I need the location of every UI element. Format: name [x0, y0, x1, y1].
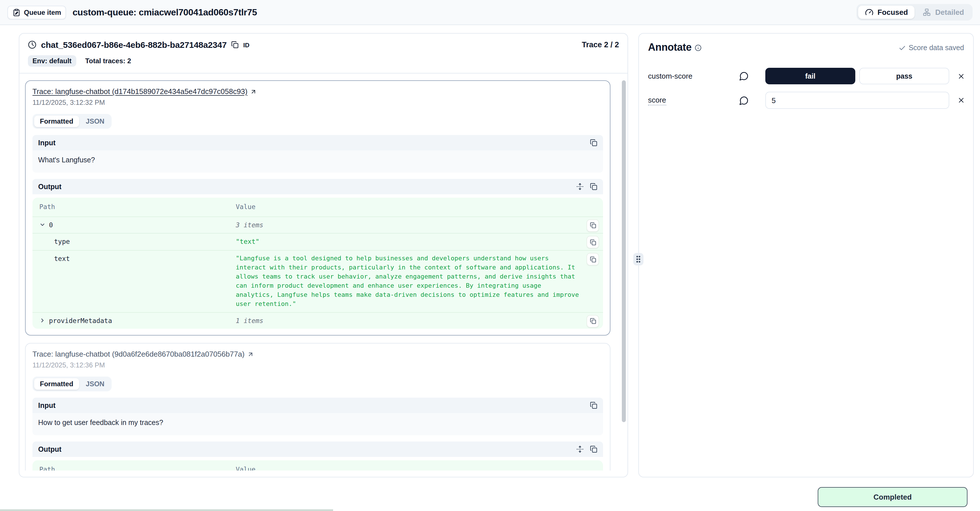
input-label: Input [38, 402, 56, 409]
trace-block-2: Trace: langfuse-chatbot (9d0a6f2e6de8670… [25, 343, 611, 471]
id-label: ID [243, 41, 250, 48]
trace-timestamp: 11/12/2025, 3:12:36 PM [32, 361, 603, 369]
env-badge: Env: default [28, 55, 76, 67]
chevron-right-icon[interactable] [39, 317, 46, 323]
page-title: custom-queue: cmiacwel70041ad060s7tlr75 [73, 7, 257, 18]
table-header-row: Path Value [32, 198, 603, 216]
column-value: Value [236, 202, 579, 212]
table-row[interactable]: text "Langfuse is a tool designed to hel… [32, 250, 603, 312]
table-row[interactable]: type "text" [32, 233, 603, 250]
row-key: text [54, 255, 70, 263]
output-json-table: Path Value 0 3 items [32, 198, 603, 329]
expand-output-button[interactable] [576, 183, 584, 190]
annotate-panel: Annotate Score data saved custom-score f… [638, 33, 974, 478]
comment-icon[interactable] [739, 71, 749, 81]
trace-panel-header: chat_536ed067-b86e-4eb6-882b-ba27148a234… [19, 33, 627, 73]
input-label: Input [38, 139, 56, 147]
tab-formatted[interactable]: Formatted [34, 116, 79, 127]
topbar: Queue item custom-queue: cmiacwel70041ad… [0, 0, 980, 25]
table-header-row: Path Value [32, 460, 603, 471]
queue-item-badge-label: Queue item [24, 8, 61, 16]
queue-item-badge: Queue item [7, 5, 66, 19]
workflow-icon [923, 8, 931, 16]
trace-link[interactable]: Trace: langfuse-chatbot (d174b1589072e43… [32, 87, 247, 96]
score-option-fail[interactable]: fail [765, 68, 855, 84]
copy-row-button[interactable] [587, 236, 599, 249]
view-toggle: Focused Detailed [856, 4, 973, 21]
remove-score-icon[interactable] [957, 72, 965, 80]
row-value: 3 items [236, 220, 579, 229]
output-json-table: Path Value 0 3 items [32, 460, 603, 471]
input-section: Input How to get user feedback in my tra… [32, 398, 603, 436]
score-name-label: custom-score [648, 72, 692, 80]
input-text: What's Langfuse? [32, 150, 603, 173]
tab-formatted[interactable]: Formatted [34, 379, 79, 390]
detailed-view-button[interactable]: Detailed [916, 6, 971, 19]
clipboard-pen-icon [13, 8, 21, 16]
score-value-input[interactable] [765, 92, 949, 109]
detailed-view-label: Detailed [935, 8, 964, 16]
panel-resize-handle[interactable] [633, 253, 643, 266]
vertical-scrollbar[interactable] [622, 80, 626, 422]
trace-timestamp: 11/12/2025, 3:12:32 PM [32, 99, 603, 107]
tab-json[interactable]: JSON [80, 379, 110, 390]
input-section: Input What's Langfuse? [32, 135, 603, 173]
grip-dots-icon [635, 255, 641, 263]
table-row[interactable]: 0 3 items [32, 216, 603, 233]
tab-json[interactable]: JSON [80, 116, 110, 127]
save-status-label: Score data saved [908, 44, 964, 52]
output-section: Output Path Valu [32, 442, 603, 471]
input-text: How to get user feedback in my traces? [32, 413, 603, 436]
expand-output-button[interactable] [576, 446, 584, 453]
copy-output-button[interactable] [590, 446, 597, 453]
score-row-score: score [648, 92, 964, 109]
clock-icon [28, 40, 37, 49]
annotate-title: Annotate [648, 41, 692, 54]
remove-score-icon[interactable] [957, 96, 965, 104]
copy-input-button[interactable] [590, 402, 597, 409]
row-value: "text" [236, 237, 579, 247]
column-path: Path [39, 465, 236, 471]
completed-button[interactable]: Completed [818, 487, 967, 507]
arrow-up-right-icon [250, 88, 256, 95]
format-tabs: Formatted JSON [32, 114, 112, 129]
row-value: "Langfuse is a tool designed to help bus… [236, 254, 579, 309]
copy-input-button[interactable] [590, 139, 597, 146]
copy-row-button[interactable] [587, 219, 599, 232]
copy-id-button[interactable] [231, 41, 239, 48]
output-label: Output [38, 183, 62, 191]
trace-counter: Trace 2 / 2 [582, 40, 619, 49]
total-traces-label: Total traces: 2 [85, 57, 131, 65]
gauge-icon [865, 8, 873, 16]
trace-session-title: chat_536ed067-b86e-4eb6-882b-ba27148a234… [41, 40, 227, 49]
focused-view-button[interactable]: Focused [858, 6, 915, 19]
trace-block-1: Trace: langfuse-chatbot (d174b1589072e43… [25, 80, 611, 336]
score-name-label: score [648, 96, 666, 105]
copy-row-button[interactable] [587, 315, 599, 327]
score-option-pass[interactable]: pass [859, 68, 949, 84]
copy-output-button[interactable] [590, 183, 597, 190]
table-row[interactable]: providerMetadata 1 items [32, 312, 603, 329]
row-key: 0 [49, 221, 53, 229]
focused-view-label: Focused [878, 8, 908, 16]
info-icon [695, 44, 702, 51]
column-value: Value [236, 465, 579, 471]
row-key: providerMetadata [49, 317, 112, 325]
column-path: Path [39, 202, 236, 211]
row-key: type [54, 238, 70, 246]
bottom-edge-strip [0, 509, 333, 511]
traces-scroll-area: Trace: langfuse-chatbot (d174b1589072e43… [19, 73, 627, 471]
output-label: Output [38, 446, 62, 454]
comment-icon[interactable] [739, 96, 749, 105]
arrow-up-right-icon [247, 351, 254, 358]
row-value: 1 items [236, 316, 579, 325]
main-content: chat_536ed067-b86e-4eb6-882b-ba27148a234… [0, 25, 980, 511]
save-status: Score data saved [898, 44, 964, 52]
output-section: Output Path Valu [32, 179, 603, 329]
format-tabs: Formatted JSON [32, 377, 112, 392]
trace-link[interactable]: Trace: langfuse-chatbot (9d0a6f2e6de8670… [32, 350, 245, 358]
check-icon [898, 44, 906, 51]
trace-panel: chat_536ed067-b86e-4eb6-882b-ba27148a234… [19, 33, 628, 478]
copy-row-button[interactable] [587, 253, 599, 266]
chevron-down-icon[interactable] [39, 221, 46, 228]
